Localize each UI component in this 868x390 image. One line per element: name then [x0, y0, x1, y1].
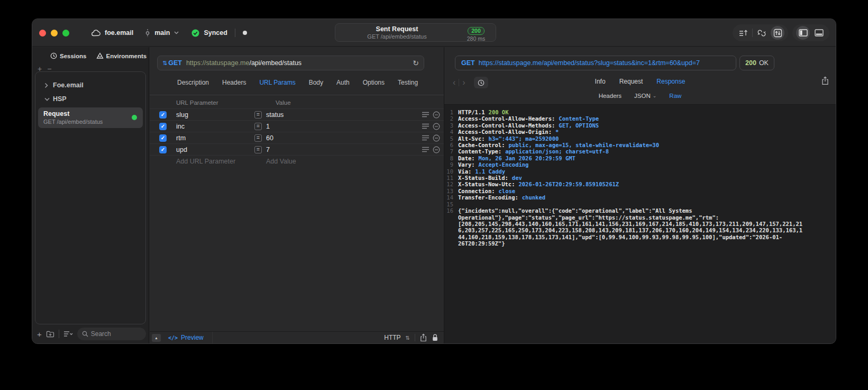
panel-bottom-toggle[interactable] [812, 26, 826, 40]
sync-loops-button[interactable] [755, 26, 769, 40]
chevron-down-icon [44, 97, 49, 101]
recording-dot[interactable] [243, 31, 247, 35]
add-param-placeholder[interactable]: Add URL Parameter [176, 158, 266, 165]
drag-handle-icon[interactable] [422, 112, 429, 117]
param-checkbox-checked[interactable]: ✓ [159, 134, 167, 142]
divider [752, 29, 753, 37]
protocol-selector[interactable]: HTTP [384, 334, 400, 341]
header-name: X-Status-Now-Utc: [458, 181, 515, 187]
tab-environments[interactable]: Environments [96, 52, 147, 59]
param-name[interactable]: rtm [176, 134, 254, 142]
tab-response[interactable]: Response [656, 78, 685, 85]
tree-item-hsp[interactable]: HSP [35, 92, 145, 106]
tab-request[interactable]: Request [619, 78, 643, 85]
add-value-placeholder[interactable]: Add Value [266, 158, 296, 165]
param-checkbox-checked[interactable]: ✓ [159, 123, 167, 130]
param-checkbox-checked[interactable]: ✓ [159, 146, 167, 153]
param-name[interactable]: inc [176, 123, 254, 130]
request-method[interactable]: GET [168, 59, 182, 67]
param-row: ✓ slug = status [150, 108, 444, 120]
status-badge: 200 [468, 27, 485, 35]
send-queue-button[interactable] [736, 26, 750, 40]
divider [235, 29, 235, 37]
panel-left-toggle[interactable] [796, 26, 810, 40]
header-value: close [499, 188, 516, 194]
line-number: 10 [444, 168, 458, 175]
tab-headers[interactable]: Headers [222, 79, 246, 86]
equals-icon: = [254, 146, 262, 153]
param-name[interactable]: slug [176, 111, 254, 119]
param-row: ✓ inc = 1 [150, 120, 444, 132]
request-list-item-selected[interactable]: Request GET /api/embed/status [38, 107, 143, 128]
titlebar: foe.email main Synced Sent Request GET /… [32, 19, 836, 47]
response-header-line: 9Vary:Accept-Encoding [444, 161, 804, 168]
tab-options[interactable]: Options [363, 79, 385, 86]
import-export-button[interactable] [771, 26, 784, 40]
new-folder-icon[interactable] [46, 330, 54, 338]
param-checkbox-checked[interactable]: ✓ [159, 111, 167, 119]
line-number: 5 [444, 135, 458, 142]
tab-auth[interactable]: Auth [336, 79, 350, 86]
remove-param-button[interactable] [433, 111, 440, 119]
param-value[interactable]: 7 [266, 146, 270, 153]
branch-name[interactable]: main [154, 29, 170, 37]
sent-request-subtitle: GET /api/embed/status [335, 33, 459, 40]
branch-icon[interactable] [145, 29, 150, 37]
param-value[interactable]: 60 [266, 134, 273, 142]
remove-param-button[interactable] [433, 123, 440, 130]
share-icon[interactable] [420, 333, 427, 342]
project-name[interactable]: foe.email [105, 29, 133, 37]
tab-sessions[interactable]: Sessions [50, 52, 87, 59]
add-request-button[interactable]: + [37, 330, 42, 339]
tab-description[interactable]: Description [177, 79, 209, 86]
tree-item-foe-email[interactable]: Foe.email [35, 78, 145, 92]
add-param-row[interactable]: Add URL Parameter Add Value [150, 155, 444, 167]
drag-handle-icon[interactable] [422, 135, 429, 141]
raw-response-viewer[interactable]: 1 HTTP/1.1 200 OK 2Access-Control-Allow-… [444, 104, 836, 343]
subtab-headers[interactable]: Headers [599, 93, 622, 99]
sent-request-summary[interactable]: Sent Request GET /api/embed/status 200 2… [335, 23, 496, 42]
drag-handle-icon[interactable] [422, 147, 429, 152]
tab-environments-label: Environments [106, 53, 147, 59]
remove-param-button[interactable] [433, 134, 440, 142]
toolbar-group-sync [733, 24, 788, 41]
tab-url-params[interactable]: URL Params [259, 79, 295, 86]
lock-icon[interactable] [432, 333, 438, 342]
close-window-button[interactable] [39, 30, 46, 37]
param-value[interactable]: 1 [266, 123, 270, 130]
header-name: Transfer-Encoding: [458, 194, 518, 201]
search-input[interactable] [91, 330, 141, 338]
protocol-updown-icon[interactable]: ⇅ [406, 335, 410, 341]
response-header-line: 7Content-Type:application/json; charset=… [444, 148, 804, 155]
tab-info[interactable]: Info [595, 78, 606, 85]
minimize-window-button[interactable] [51, 30, 58, 37]
chevron-down-icon[interactable] [174, 31, 179, 34]
sort-options-button[interactable] [63, 331, 73, 337]
subtab-json[interactable]: JSON⌄ [634, 93, 656, 99]
zoom-window-button[interactable] [62, 30, 69, 37]
request-url-bar[interactable]: ⇅ GET https://statuspage.me/api/embed/st… [157, 56, 424, 70]
tab-testing[interactable]: Testing [398, 79, 418, 86]
request-tabs: Description Headers URL Params Body Auth… [177, 79, 418, 86]
remove-param-button[interactable] [433, 146, 440, 153]
preview-button[interactable]: </> Preview [168, 332, 213, 343]
request-url-host[interactable]: https://statuspage.me [186, 59, 250, 67]
param-name[interactable]: upd [176, 146, 254, 153]
export-icon[interactable] [821, 76, 829, 85]
resend-icon[interactable]: ↻ [413, 59, 419, 67]
response-url-box[interactable]: GET https://statuspage.me/api/embed/stat… [455, 56, 736, 70]
search-box[interactable] [77, 328, 146, 340]
response-header-line: 11X-Status-Build:dev [444, 175, 804, 181]
line-number: 11 [444, 175, 458, 181]
header-value: GET, OPTIONS [559, 122, 599, 129]
subtab-raw[interactable]: Raw [669, 93, 681, 99]
request-url-path[interactable]: /api/embed/status [249, 59, 301, 67]
drag-handle-icon[interactable] [422, 123, 429, 129]
response-header-line: 13Connection:close [444, 188, 804, 194]
collapse-panel-button[interactable]: ▲ [152, 334, 161, 342]
param-value[interactable]: status [266, 111, 284, 119]
header-name: Access-Control-Allow-Methods: [458, 122, 555, 129]
method-dropdown-icon[interactable]: ⇅ [162, 60, 167, 67]
tab-body[interactable]: Body [309, 79, 323, 86]
divider [150, 95, 444, 95]
